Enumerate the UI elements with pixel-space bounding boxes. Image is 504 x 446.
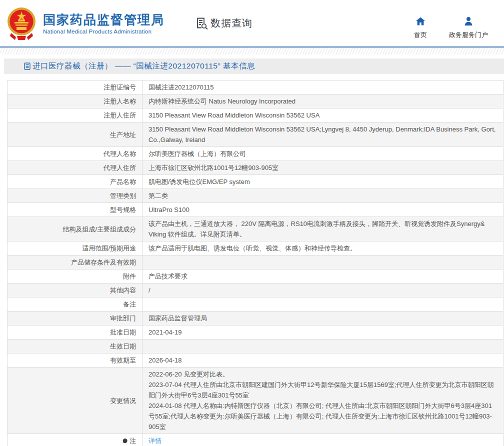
table-row: 注册证编号国械注进20212070115 bbox=[8, 80, 504, 94]
table-row: 变更情况2022-06-20 见变更对比表。 2023-07-04 代理人住所由… bbox=[8, 368, 504, 434]
registration-table-body: 注册证编号国械注进20212070115注册人名称内特斯神经系统公司 Natus… bbox=[8, 80, 504, 446]
title-bar: 进口医疗器械（注册） —— “国械注进20212070115” 基本信息 bbox=[4, 58, 504, 74]
table-row: 代理人住所上海市徐汇区钦州北路1001号12幢903-905室 bbox=[8, 161, 504, 175]
row-value-text: 内特斯神经系统公司 Natus Neurology Incorporated bbox=[148, 98, 296, 105]
row-label-text: 注册证编号 bbox=[104, 84, 136, 91]
row-label-text: 审批部门 bbox=[110, 314, 136, 322]
row-value: / bbox=[142, 284, 504, 298]
row-label-text: 生效日期 bbox=[110, 342, 136, 350]
row-value: UltraPro S100 bbox=[142, 203, 504, 217]
row-label: 适用范围/预期用途 bbox=[8, 242, 142, 256]
row-value-text: / bbox=[148, 286, 150, 294]
row-label: 型号规格 bbox=[8, 203, 142, 217]
row-value-text: 国械注进20212070115 bbox=[148, 84, 214, 91]
row-label: 变更情况 bbox=[8, 368, 142, 434]
table-row: 注册人名称内特斯神经系统公司 Natus Neurology Incorpora… bbox=[8, 94, 504, 108]
row-value: 国家药品监督管理局 bbox=[142, 312, 504, 326]
row-label-text: 其他内容 bbox=[110, 286, 136, 294]
row-label-text: 批准日期 bbox=[110, 328, 136, 336]
row-label-text: 变更情况 bbox=[110, 397, 136, 404]
row-value-text: UltraPro S100 bbox=[148, 206, 190, 214]
row-label-text: 注册人住所 bbox=[104, 112, 136, 119]
table-row: 注册人住所3150 Pleasant View Road Middleton W… bbox=[8, 108, 504, 122]
row-label: 结构及组成/主要组成成分 bbox=[8, 217, 142, 242]
row-value: 该产品由主机，三通道放大器， 220V 隔离电源，RS10电流刺激手柄及接头，脚… bbox=[142, 217, 504, 242]
row-value bbox=[142, 298, 504, 312]
row-value-text: 肌电图/诱发电位仪EMG/EP system bbox=[148, 178, 250, 186]
row-value: 尔听美医疗器械（上海）有限公司 bbox=[142, 147, 504, 161]
row-label: 产品名称 bbox=[8, 175, 142, 189]
row-label: 代理人住所 bbox=[8, 161, 142, 175]
row-value: 第二类 bbox=[142, 189, 504, 203]
row-value-text: 2026-04-18 bbox=[148, 356, 182, 364]
row-value: 上海市徐汇区钦州北路1001号12幢903-905室 bbox=[142, 161, 504, 175]
row-label: 生产地址 bbox=[8, 122, 142, 147]
row-label-text: 备注 bbox=[123, 300, 136, 308]
table-row: 管理类别第二类 bbox=[8, 189, 504, 203]
row-label: 审批部门 bbox=[8, 312, 142, 326]
row-label-text: 注 bbox=[130, 437, 136, 444]
row-value: 国械注进20212070115 bbox=[142, 80, 504, 94]
user-icon bbox=[464, 16, 474, 26]
table-row: 备注 bbox=[8, 298, 504, 312]
row-value-text: 第二类 bbox=[148, 192, 168, 200]
row-label: 生效日期 bbox=[8, 340, 142, 354]
row-value: 内特斯神经系统公司 Natus Neurology Incorporated bbox=[142, 94, 504, 108]
table-row: 生效日期 bbox=[8, 340, 504, 354]
row-value: 详情 bbox=[142, 434, 504, 446]
row-label: 产品储存条件及有效期 bbox=[8, 256, 142, 270]
row-label-text: 产品名称 bbox=[110, 178, 136, 186]
table-row: 型号规格UltraPro S100 bbox=[8, 203, 504, 217]
row-value-text: 2021-04-19 bbox=[148, 328, 182, 336]
row-label: 有效期至 bbox=[8, 354, 142, 368]
row-label: 代理人名称 bbox=[8, 147, 142, 161]
row-label-text: 结构及组成/主要组成成分 bbox=[62, 226, 136, 233]
row-label-text: 型号规格 bbox=[110, 206, 136, 214]
table-row: 代理人名称尔听美医疗器械（上海）有限公司 bbox=[8, 147, 504, 161]
row-label-text: 注册人名称 bbox=[104, 98, 136, 105]
row-value: 2021-04-19 bbox=[142, 326, 504, 340]
data-query-section[interactable]: 数据查询 bbox=[196, 16, 252, 30]
row-value-text: 3150 Pleasant View Road Middleton Wiscon… bbox=[148, 112, 320, 119]
row-label-text: 管理类别 bbox=[110, 192, 136, 200]
nav-home-label: 首页 bbox=[414, 30, 427, 40]
data-query-icon bbox=[196, 17, 208, 30]
org-names: 国家药品监督管理局 National Medical Products Admi… bbox=[43, 12, 164, 34]
row-value-text: 尔听美医疗器械（上海）有限公司 bbox=[148, 150, 246, 158]
note-icon bbox=[122, 438, 128, 444]
row-value: 该产品适用于肌电图、诱发电位（听觉、视觉、体感）和神经传导检查。 bbox=[142, 242, 504, 256]
table-row: 批准日期2021-04-19 bbox=[8, 326, 504, 340]
detail-link[interactable]: 详情 bbox=[148, 437, 162, 444]
nmpa-logo[interactable]: 国家药品监督管理局 National Medical Products Admi… bbox=[7, 7, 164, 40]
row-label-text: 代理人名称 bbox=[104, 150, 136, 158]
row-value-text: 2022-06-20 见变更对比表。 2023-07-04 代理人住所由北京市朝… bbox=[148, 370, 494, 430]
row-value-text: 该产品适用于肌电图、诱发电位（听觉、视觉、体感）和神经传导检查。 bbox=[148, 244, 356, 252]
org-name-cn: 国家药品监督管理局 bbox=[43, 12, 164, 27]
registration-table: 注册证编号国械注进20212070115注册人名称内特斯神经系统公司 Natus… bbox=[7, 80, 504, 446]
site-header: 国家药品监督管理局 National Medical Products Admi… bbox=[0, 0, 504, 46]
row-value: 2026-04-18 bbox=[142, 354, 504, 368]
data-query-label: 数据查询 bbox=[210, 16, 252, 30]
row-value bbox=[142, 256, 504, 270]
home-icon bbox=[416, 16, 426, 26]
row-label: 附件 bbox=[8, 270, 142, 284]
document-icon bbox=[24, 62, 30, 70]
table-row: 产品储存条件及有效期 bbox=[8, 256, 504, 270]
row-value-text: 上海市徐汇区钦州北路1001号12幢903-905室 bbox=[148, 164, 278, 172]
row-label: 管理类别 bbox=[8, 189, 142, 203]
page-title: 进口医疗器械（注册） —— “国械注进20212070115” 基本信息 bbox=[32, 61, 255, 72]
table-row: 适用范围/预期用途该产品适用于肌电图、诱发电位（听觉、视觉、体感）和神经传导检查… bbox=[8, 242, 504, 256]
nav-home[interactable]: 首页 bbox=[414, 16, 427, 40]
row-value bbox=[142, 340, 504, 354]
row-value: 肌电图/诱发电位仪EMG/EP system bbox=[142, 175, 504, 189]
header-nav: 首页 政务服务门户 bbox=[414, 8, 495, 40]
row-label: 备注 bbox=[8, 298, 142, 312]
row-label-text: 附件 bbox=[123, 272, 136, 280]
nav-gov-portal[interactable]: 政务服务门户 bbox=[449, 16, 488, 40]
table-row: 产品名称肌电图/诱发电位仪EMG/EP system bbox=[8, 175, 504, 189]
row-label: 注 bbox=[8, 434, 142, 446]
table-row: 结构及组成/主要组成成分该产品由主机，三通道放大器， 220V 隔离电源，RS1… bbox=[8, 217, 504, 242]
row-value: 3150 Pleasant View Road Middleton Wiscon… bbox=[142, 108, 504, 122]
row-label-text: 生产地址 bbox=[110, 131, 136, 138]
row-value: 3150 Pleasant View Road Middleton Wiscon… bbox=[142, 122, 504, 147]
